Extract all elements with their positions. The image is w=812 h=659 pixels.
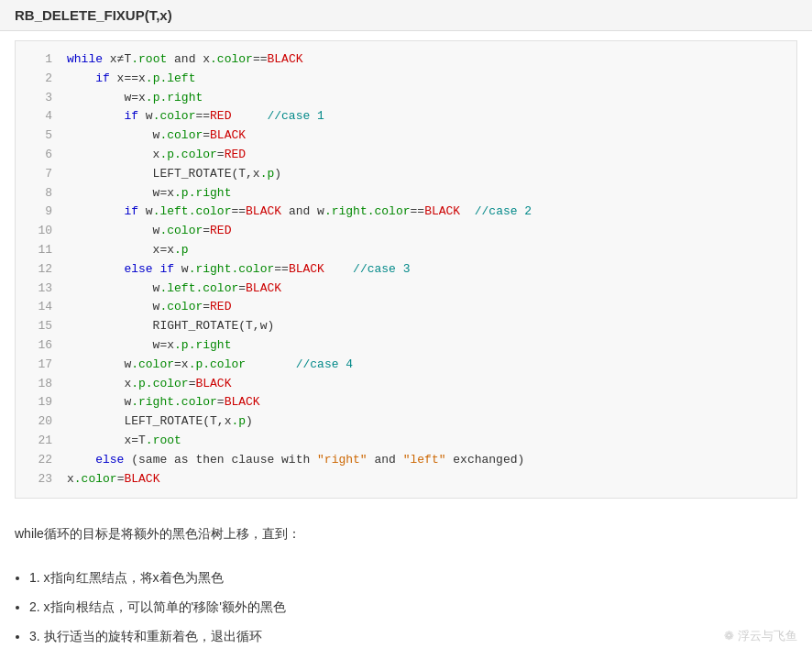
- code-line: 6 x.p.color=RED: [16, 146, 796, 165]
- line-content: x=x.p: [67, 241, 189, 260]
- code-line: 3 w=x.p.right: [16, 89, 796, 108]
- line-number: 14: [23, 298, 52, 317]
- code-line: 14 w.color=RED: [16, 298, 796, 317]
- list-section: 1. x指向红黑结点，将x着色为黑色2. x指向根结点，可以简单的'移除'额外的…: [0, 561, 812, 659]
- line-number: 23: [23, 470, 52, 489]
- code-line: 22 else (same as then clause with "right…: [16, 451, 796, 470]
- line-content: if w.left.color==BLACK and w.right.color…: [67, 203, 532, 222]
- line-content: LEFT_ROTATE(T,x.p): [67, 412, 253, 432]
- description-section: while循环的目标是将额外的黑色沿树上移，直到：: [0, 508, 812, 560]
- line-number: 12: [23, 260, 52, 280]
- line-number: 2: [23, 70, 52, 89]
- code-line: 11 x=x.p: [16, 241, 796, 260]
- line-content: LEFT_ROTATE(T,x.p): [67, 165, 281, 184]
- description-text: while循环的目标是将额外的黑色沿树上移，直到：: [15, 522, 797, 545]
- line-content: w.color=RED: [67, 298, 231, 317]
- line-content: x=T.root: [67, 432, 181, 451]
- line-number: 3: [23, 89, 52, 108]
- line-content: x.p.color=RED: [67, 146, 246, 165]
- code-line: 8 w=x.p.right: [16, 184, 796, 203]
- code-line: 21 x=T.root: [16, 432, 796, 451]
- code-line: 9 if w.left.color==BLACK and w.right.col…: [16, 203, 796, 222]
- line-content: else (same as then clause with "right" a…: [67, 451, 524, 470]
- line-content: else if w.right.color==BLACK //case 3: [67, 260, 411, 280]
- line-content: while x≠T.root and x.color==BLACK: [67, 50, 303, 70]
- line-number: 15: [23, 317, 52, 336]
- code-line: 10 w.color=RED: [16, 222, 796, 241]
- line-number: 6: [23, 146, 52, 165]
- line-content: w.color=BLACK: [67, 126, 246, 146]
- line-number: 17: [23, 356, 52, 375]
- line-content: w.color=x.p.color //case 4: [67, 356, 353, 375]
- line-number: 22: [23, 451, 52, 470]
- list-item: 1. x指向红黑结点，将x着色为黑色: [29, 565, 797, 590]
- list-item: 3. 执行适当的旋转和重新着色，退出循环: [29, 623, 797, 649]
- code-line: 17 w.color=x.p.color //case 4: [16, 356, 796, 375]
- line-content: if x==x.p.left: [67, 70, 195, 89]
- line-content: w.color=RED: [67, 222, 231, 241]
- line-content: w=x.p.right: [67, 336, 231, 356]
- line-number: 10: [23, 222, 52, 241]
- line-number: 11: [23, 241, 52, 260]
- code-line: 12 else if w.right.color==BLACK //case 3: [16, 260, 796, 280]
- line-content: w=x.p.right: [67, 184, 231, 203]
- code-block: 1while x≠T.root and x.color==BLACK2 if x…: [15, 40, 797, 499]
- line-content: x.color=BLACK: [67, 470, 159, 489]
- line-content: RIGHT_ROTATE(T,w): [67, 317, 274, 336]
- line-content: w.left.color=BLACK: [67, 280, 281, 299]
- line-number: 9: [23, 203, 52, 222]
- line-content: if w.color==RED //case 1: [67, 107, 324, 126]
- code-line: 23x.color=BLACK: [16, 470, 796, 489]
- code-line: 19 w.right.color=BLACK: [16, 393, 796, 412]
- code-line: 13 w.left.color=BLACK: [16, 280, 796, 299]
- code-line: 7 LEFT_ROTATE(T,x.p): [16, 165, 796, 184]
- line-number: 4: [23, 107, 52, 126]
- line-number: 20: [23, 412, 52, 432]
- code-line: 18 x.p.color=BLACK: [16, 375, 796, 394]
- page-title: RB_DELETE_FIXUP(T,x): [0, 0, 812, 31]
- line-number: 5: [23, 126, 52, 146]
- code-line: 4 if w.color==RED //case 1: [16, 107, 796, 126]
- line-number: 21: [23, 432, 52, 451]
- line-number: 1: [23, 50, 52, 70]
- line-number: 18: [23, 375, 52, 394]
- code-line: 5 w.color=BLACK: [16, 126, 796, 146]
- code-line: 15 RIGHT_ROTATE(T,w): [16, 317, 796, 336]
- line-content: w=x.p.right: [67, 89, 203, 108]
- line-number: 7: [23, 165, 52, 184]
- list-item: 2. x指向根结点，可以简单的'移除'额外的黑色: [29, 594, 797, 620]
- code-line: 2 if x==x.p.left: [16, 70, 796, 89]
- code-line: 1while x≠T.root and x.color==BLACK: [16, 50, 796, 70]
- line-content: w.right.color=BLACK: [67, 393, 260, 412]
- line-number: 19: [23, 393, 52, 412]
- line-content: x.p.color=BLACK: [67, 375, 231, 394]
- watermark: ❁ 浮云与飞鱼: [724, 628, 797, 644]
- line-number: 13: [23, 280, 52, 299]
- code-line: 20 LEFT_ROTATE(T,x.p): [16, 412, 796, 432]
- line-number: 8: [23, 184, 52, 203]
- code-line: 16 w=x.p.right: [16, 336, 796, 356]
- line-number: 16: [23, 336, 52, 356]
